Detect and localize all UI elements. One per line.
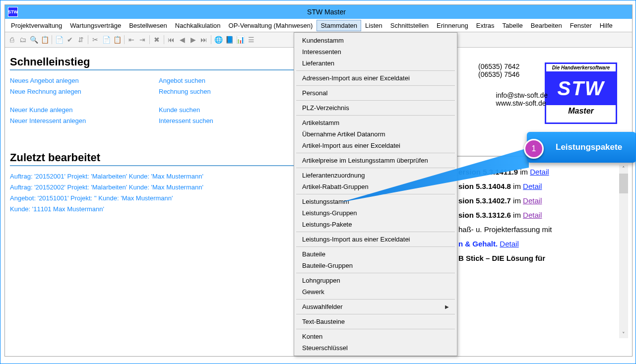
section-title-recent: Zuletzt bearbeitet xyxy=(10,151,298,164)
menu-bearbeiten[interactable]: Bearbeiten xyxy=(527,20,566,31)
menu-item-interessenten[interactable]: Interessenten xyxy=(294,46,457,58)
menu-bestellwesen[interactable]: Bestellwesen xyxy=(125,20,171,31)
quick-link[interactable]: Rechnung suchen xyxy=(159,86,288,97)
menu-item--bernahme-artikel-datanorm[interactable]: Übernahme Artikel Datanorm xyxy=(294,128,457,140)
toolbar-button[interactable]: ✔ xyxy=(65,35,75,45)
quick-link[interactable]: Neue Rechnung anlegen xyxy=(10,86,159,97)
quick-link[interactable]: Neuer Kunde anlegen xyxy=(10,105,159,116)
scroll-thumb[interactable] xyxy=(619,174,628,193)
menu-separator xyxy=(296,70,455,71)
toolbar-button[interactable]: ⏮ xyxy=(166,35,176,45)
menu-item-artikelpreise-im-leistungsstamm-berpr-fen[interactable]: Artikelpreise im Leistungsstamm überprüf… xyxy=(294,155,457,166)
menu-tabelle[interactable]: Tabelle xyxy=(499,20,527,31)
news-detail-link[interactable]: Detail xyxy=(530,168,549,176)
contact-email[interactable]: info@stw-soft.de xyxy=(496,91,548,99)
toolbar-button[interactable]: 📄 xyxy=(101,35,111,45)
menu-item-kundenstamm[interactable]: Kundenstamm xyxy=(294,35,457,46)
menu-separator xyxy=(296,314,455,314)
menu-item-bauteile[interactable]: Bauteile xyxy=(294,248,457,260)
menu-wartungsvertr-ge[interactable]: Wartungsverträge xyxy=(66,20,125,31)
recent-item[interactable]: Angebot: '20151001' Projekt: '' Kunde: '… xyxy=(10,193,298,204)
toolbar-separator xyxy=(124,35,125,44)
scroll-up-icon[interactable]: ˄ xyxy=(619,165,628,173)
toolbar-button[interactable]: ✂ xyxy=(90,35,100,45)
menu-item-leistungsstamm[interactable]: Leistungsstamm xyxy=(294,196,457,207)
toolbar-button[interactable]: 📊 xyxy=(235,35,245,45)
menu-item-auswahlfelder[interactable]: Auswahlfelder▶ xyxy=(294,301,457,312)
toolbar-button[interactable]: ☰ xyxy=(246,35,256,45)
quick-link[interactable]: Neues Angebot anlegen xyxy=(10,75,159,86)
news-detail-link[interactable]: Detail xyxy=(523,211,542,219)
menu-item-text-bausteine[interactable]: Text-Bausteine xyxy=(294,316,457,327)
menu-item-plz-verzeichnis[interactable]: PLZ-Verzeichnis xyxy=(294,102,457,114)
menu-extras[interactable]: Extras xyxy=(472,20,499,31)
menu-stammdaten[interactable]: Stammdaten xyxy=(317,20,361,31)
quick-link[interactable]: Kunde suchen xyxy=(159,105,288,116)
menu-hilfe[interactable]: Hilfe xyxy=(596,20,617,31)
toolbar-button[interactable]: ⇤ xyxy=(127,35,136,45)
toolbar-button[interactable]: 🗂 xyxy=(18,35,28,45)
menu-item-bauteile-gruppen[interactable]: Bauteile-Gruppen xyxy=(294,260,457,271)
news-line: sion 5.3.1404.8 im Detail xyxy=(458,182,617,190)
menu-op-verwaltung-mahnwesen-[interactable]: OP-Verwaltung (Mahnwesen) xyxy=(225,20,317,31)
menu-item-adressen-import-aus-einer-exceldatei[interactable]: Adressen-Import aus einer Exceldatei xyxy=(294,72,457,84)
logo: Die Handwerkersoftware STW Master xyxy=(545,62,617,124)
news-detail-link[interactable]: Detail xyxy=(523,196,542,205)
menu-separator xyxy=(296,194,455,194)
toolbar-button[interactable]: ✖ xyxy=(152,35,162,45)
news-detail-link[interactable]: Detail xyxy=(523,182,542,190)
contact-website[interactable]: www.stw-soft.de xyxy=(496,99,548,107)
recent-item[interactable]: Kunde: '11101 Max Mustermann' xyxy=(10,204,298,215)
logo-product: Master xyxy=(546,104,616,117)
menu-item-artikel-import-aus-einer-exceldatei[interactable]: Artikel-Import aus einer Exceldatei xyxy=(294,140,457,151)
menu-separator xyxy=(296,153,455,153)
menu-item-leistungs-gruppen[interactable]: Leistungs-Gruppen xyxy=(294,207,457,219)
spacer xyxy=(159,97,288,105)
menu-listen[interactable]: Listen xyxy=(361,20,386,31)
menu-item-konten[interactable]: Konten xyxy=(294,331,457,342)
menu-bar: ProjektverwaltungWartungsverträgeBestell… xyxy=(5,19,632,32)
menu-item-gewerk[interactable]: Gewerk xyxy=(294,286,457,298)
menu-item-lohngruppen[interactable]: Lohngruppen xyxy=(294,275,457,286)
news-line: B Stick – DIE Lösung für xyxy=(458,254,617,262)
toolbar-button[interactable]: 🔍 xyxy=(29,35,39,45)
toolbar-button[interactable]: ◀ xyxy=(177,35,187,45)
menu-item-artikelstamm[interactable]: Artikelstamm xyxy=(294,117,457,128)
toolbar-button[interactable]: ▶ xyxy=(188,35,198,45)
toolbar-button[interactable]: 📘 xyxy=(224,35,234,45)
menu-nachkalkulation[interactable]: Nachkalkulation xyxy=(171,20,225,31)
tutorial-callout: Leistungspakete 1 xyxy=(527,132,636,163)
news-panel: ersion 5.3.1411.9 im Detailsion 5.3.1404… xyxy=(458,162,617,268)
toolbar-button[interactable]: ⏭ xyxy=(199,35,209,45)
scrollbar[interactable]: ˄ ˅ xyxy=(619,165,628,338)
menu-schnittstellen[interactable]: Schnittstellen xyxy=(386,20,433,31)
toolbar-button[interactable]: 📋 xyxy=(40,35,50,45)
toolbar-button[interactable]: 📋 xyxy=(112,35,122,45)
menu-erinnerung[interactable]: Erinnerung xyxy=(433,20,472,31)
scroll-down-icon[interactable]: ˅ xyxy=(619,330,628,338)
quick-link[interactable]: Interessent suchen xyxy=(159,116,288,126)
menu-item-steuerschl-ssel[interactable]: Steuerschlüssel xyxy=(294,342,457,354)
recent-item[interactable]: Auftrag: '20152001' Projekt: 'Malarbeite… xyxy=(10,171,298,182)
contact-web: info@stw-soft.de www.stw-soft.de xyxy=(496,91,548,107)
menu-separator xyxy=(296,168,455,168)
recent-item[interactable]: Auftrag: '20152002' Projekt: 'Malarbeite… xyxy=(10,182,298,193)
menu-item-artikel-rabatt-gruppen[interactable]: Artikel-Rabatt-Gruppen xyxy=(294,181,457,192)
menu-item-personal[interactable]: Personal xyxy=(294,87,457,99)
toolbar-button[interactable]: ⇵ xyxy=(76,35,86,45)
menu-item-lieferanten[interactable]: Lieferanten xyxy=(294,58,457,69)
menu-fenster[interactable]: Fenster xyxy=(566,20,596,31)
news-line: sion 5.3.1312.6 im Detail xyxy=(458,211,617,219)
toolbar-button[interactable]: 📄 xyxy=(54,35,64,45)
toolbar-button[interactable]: 🌐 xyxy=(213,35,223,45)
menu-item-leistungs-pakete[interactable]: Leistungs-Pakete xyxy=(294,219,457,230)
toolbar-button[interactable]: ⇥ xyxy=(137,35,147,45)
menu-projektverwaltung[interactable]: Projektverwaltung xyxy=(7,20,66,31)
callout-step-number: 1 xyxy=(524,139,544,159)
menu-item-lieferantenzuordnung[interactable]: Lieferantenzuordnung xyxy=(294,170,457,181)
toolbar-button[interactable]: ⎙ xyxy=(7,35,17,45)
menu-item-leistungs-import-aus-einer-exceldatei[interactable]: Leistungs-Import aus einer Exceldatei xyxy=(294,234,457,245)
quick-link[interactable]: Angebot suchen xyxy=(159,75,288,86)
quick-link[interactable]: Neuer Interessent anlegen xyxy=(10,116,159,126)
news-detail-link[interactable]: Detail xyxy=(500,240,518,248)
